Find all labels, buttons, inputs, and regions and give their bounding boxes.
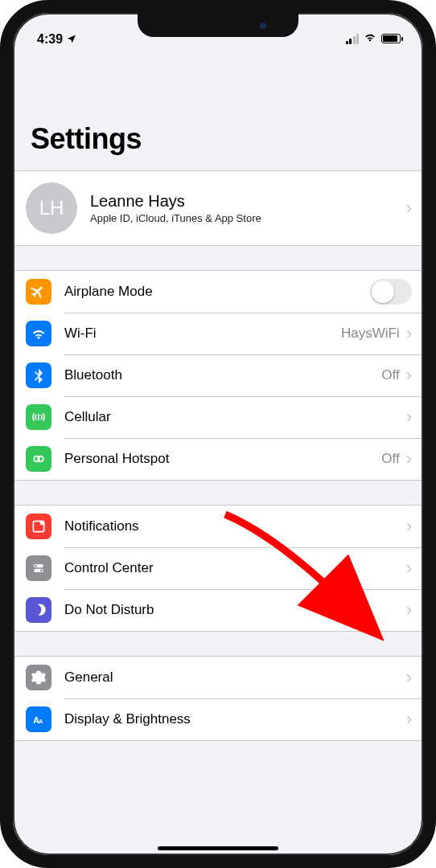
- wifi-settings-icon: [26, 321, 51, 346]
- bluetooth-label: Bluetooth: [64, 367, 381, 383]
- row-display-brightness[interactable]: AA Display & Brightness ›: [13, 698, 423, 740]
- profile-group: LH Leanne Hays Apple ID, iCloud, iTunes …: [13, 170, 423, 246]
- airplane-toggle[interactable]: [370, 279, 412, 305]
- cellular-icon: [26, 404, 51, 430]
- chevron-right-icon: ›: [406, 450, 412, 468]
- wifi-icon: [364, 31, 376, 47]
- profile-name: Leanne Hays: [90, 192, 406, 211]
- general-label: General: [64, 669, 406, 686]
- hotspot-value: Off: [381, 451, 399, 467]
- dnd-label: Do Not Disturb: [64, 602, 406, 618]
- chevron-right-icon: ›: [406, 669, 412, 686]
- battery-icon: [381, 34, 401, 43]
- airplane-label: Airplane Mode: [64, 284, 370, 300]
- wifi-value: HaysWiFi: [341, 326, 400, 342]
- hotspot-label: Personal Hotspot: [64, 451, 381, 467]
- row-notifications[interactable]: Notifications ›: [13, 506, 423, 547]
- profile-subtitle: Apple ID, iCloud, iTunes & App Store: [90, 212, 406, 224]
- display-label: Display & Brightness: [64, 711, 406, 727]
- wifi-label: Wi-Fi: [64, 326, 341, 342]
- page-title: Settings: [31, 122, 405, 156]
- status-right: [346, 31, 401, 47]
- chevron-right-icon: ›: [406, 601, 412, 619]
- chevron-right-icon: ›: [406, 408, 412, 426]
- chevron-right-icon: ›: [406, 710, 412, 728]
- control-center-label: Control Center: [64, 560, 406, 576]
- bluetooth-icon: [26, 362, 51, 388]
- notifications-label: Notifications: [64, 518, 406, 534]
- group-general: General › AA Display & Brightness ›: [13, 656, 423, 741]
- hotspot-icon: [26, 446, 51, 472]
- svg-point-5: [35, 565, 37, 567]
- screen: 4:39 Settings LH Leanne Hays Apple ID, i…: [13, 13, 423, 855]
- row-personal-hotspot[interactable]: Personal Hotspot Off ›: [13, 438, 423, 480]
- chevron-right-icon: ›: [406, 199, 412, 217]
- svg-point-3: [40, 521, 44, 525]
- chevron-right-icon: ›: [406, 559, 412, 577]
- notifications-icon: [26, 514, 51, 539]
- bluetooth-value: Off: [381, 367, 399, 383]
- row-wifi[interactable]: Wi-Fi HaysWiFi ›: [13, 313, 423, 354]
- status-time: 4:39: [37, 32, 63, 47]
- row-cellular[interactable]: Cellular ›: [13, 396, 423, 438]
- cellular-signal-icon: [346, 34, 360, 44]
- moon-icon: [26, 597, 51, 623]
- location-arrow-icon: [67, 32, 76, 47]
- airplane-icon: [26, 279, 51, 305]
- display-icon: AA: [26, 706, 51, 732]
- chevron-right-icon: ›: [406, 366, 412, 384]
- control-center-icon: [26, 555, 51, 581]
- cellular-label: Cellular: [64, 409, 406, 425]
- page-header: Settings: [13, 50, 423, 164]
- status-left: 4:39: [37, 32, 76, 47]
- row-airplane-mode[interactable]: Airplane Mode: [13, 271, 423, 313]
- chevron-right-icon: ›: [406, 325, 412, 342]
- svg-text:A: A: [39, 718, 43, 725]
- group-notifications: Notifications › Control Center › Do Not …: [13, 505, 423, 632]
- gear-icon: [26, 665, 51, 690]
- home-indicator[interactable]: [158, 846, 278, 850]
- svg-point-7: [40, 570, 43, 572]
- avatar: LH: [26, 182, 77, 234]
- row-do-not-disturb[interactable]: Do Not Disturb ›: [13, 589, 423, 631]
- notch: [138, 13, 298, 37]
- chevron-right-icon: ›: [406, 518, 412, 535]
- row-bluetooth[interactable]: Bluetooth Off ›: [13, 354, 423, 396]
- row-general[interactable]: General ›: [13, 657, 423, 698]
- group-connectivity: Airplane Mode Wi-Fi HaysWiFi › Bluetooth…: [13, 270, 423, 481]
- profile-text: Leanne Hays Apple ID, iCloud, iTunes & A…: [90, 192, 406, 224]
- row-control-center[interactable]: Control Center ›: [13, 547, 423, 589]
- apple-id-row[interactable]: LH Leanne Hays Apple ID, iCloud, iTunes …: [13, 171, 423, 245]
